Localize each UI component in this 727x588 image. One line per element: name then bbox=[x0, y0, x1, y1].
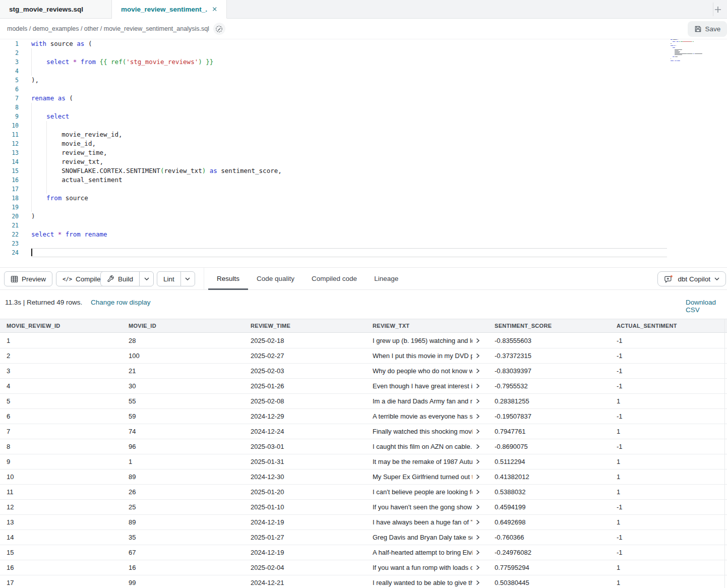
new-tab-button[interactable] bbox=[712, 4, 724, 16]
line-number: 13 bbox=[0, 148, 19, 157]
expand-review-button[interactable] bbox=[475, 444, 480, 449]
code-line[interactable]: 5), bbox=[0, 76, 727, 85]
code-line[interactable]: 7rename as ( bbox=[0, 94, 727, 103]
review-text: A half-hearted attempt to bring Elvis P… bbox=[373, 549, 472, 556]
lint-dropdown[interactable] bbox=[180, 272, 195, 286]
code-line[interactable]: 15 SNOWFLAKE.CORTEX.SENTIMENT(review_txt… bbox=[0, 166, 727, 175]
cell-movie_id: 74 bbox=[122, 424, 244, 439]
code-line[interactable]: 4 bbox=[0, 67, 727, 76]
download-csv-link[interactable]: Download CSV bbox=[686, 299, 727, 314]
cell-review_time: 2025-02-04 bbox=[244, 560, 366, 575]
code-line[interactable]: 9 select bbox=[0, 112, 727, 121]
cell-actual_sentiment: -1 bbox=[610, 545, 724, 560]
build-button[interactable]: Build bbox=[100, 271, 154, 286]
expand-review-button[interactable] bbox=[475, 414, 480, 419]
cell-movie_id: 21 bbox=[122, 364, 244, 378]
chevron-right-icon bbox=[475, 580, 480, 585]
expand-review-button[interactable] bbox=[475, 565, 480, 570]
chevron-down-icon bbox=[185, 277, 190, 280]
tab-lineage[interactable]: Lineage bbox=[366, 268, 407, 289]
tab-compiled-code[interactable]: Compiled code bbox=[303, 268, 366, 289]
code-line[interactable]: 16 actual_sentiment bbox=[0, 175, 727, 185]
code-line[interactable]: 1with source as ( bbox=[0, 39, 727, 48]
expand-review-button[interactable] bbox=[475, 338, 480, 343]
cell-actual_sentiment: -1 bbox=[610, 333, 724, 348]
model-edit-icon[interactable] bbox=[213, 23, 225, 35]
build-dropdown[interactable] bbox=[139, 272, 153, 286]
cell-movie_review_id: 15 bbox=[0, 545, 122, 560]
table-row: 3212025-02-03Why do people who do not kn… bbox=[0, 364, 727, 379]
expand-review-button[interactable] bbox=[475, 368, 480, 374]
cell-actual_sentiment: -1 bbox=[610, 348, 724, 363]
cell-review_time: 2024-12-21 bbox=[244, 575, 366, 588]
tab-results[interactable]: Results bbox=[208, 268, 248, 289]
code-line[interactable]: 21 bbox=[0, 221, 727, 230]
code-line[interactable]: 13 review_time, bbox=[0, 148, 727, 157]
cell-actual_sentiment: 1 bbox=[610, 560, 724, 575]
tab-code-quality[interactable]: Code quality bbox=[248, 268, 303, 289]
cell-sentiment_score: 0.28381255 bbox=[488, 394, 610, 408]
code-line[interactable]: 11 movie_review_id, bbox=[0, 130, 727, 139]
lint-button[interactable]: Lint bbox=[157, 271, 195, 286]
chevron-right-icon bbox=[475, 565, 480, 570]
column-header-sentiment_score: SENTIMENT_SCORE bbox=[488, 319, 610, 332]
code-line[interactable]: 12 movie_id, bbox=[0, 139, 727, 148]
line-number: 14 bbox=[0, 157, 19, 166]
table-icon bbox=[11, 275, 18, 283]
cell-actual_sentiment: 1 bbox=[610, 485, 724, 499]
cell-review_time: 2024-12-19 bbox=[244, 545, 366, 560]
cell-review_time: 2025-02-03 bbox=[244, 364, 366, 378]
chevron-right-icon bbox=[475, 398, 480, 404]
code-line[interactable]: 20) bbox=[0, 212, 727, 221]
code-line[interactable]: 3 select * from {{ ref('stg_movie_review… bbox=[0, 57, 727, 67]
code-line[interactable]: 17 bbox=[0, 185, 727, 194]
cell-movie_id: 28 bbox=[122, 333, 244, 348]
expand-review-button[interactable] bbox=[475, 550, 480, 555]
code-line[interactable]: 18 from source bbox=[0, 194, 727, 203]
code-line[interactable]: 14 review_txt, bbox=[0, 157, 727, 166]
code-line[interactable]: 2 bbox=[0, 48, 727, 57]
code-line[interactable]: 19 bbox=[0, 203, 727, 212]
expand-review-button[interactable] bbox=[475, 535, 480, 540]
close-icon[interactable] bbox=[212, 7, 217, 12]
expand-review-button[interactable] bbox=[475, 519, 480, 525]
code-editor[interactable]: 1with source as (23 select * from {{ ref… bbox=[0, 39, 727, 267]
compile-button[interactable]: </> Compile bbox=[56, 271, 107, 286]
results-meta-row: 11.3s | Returned 49 rows. Change row dis… bbox=[0, 290, 727, 319]
code-line[interactable]: 8 bbox=[0, 103, 727, 112]
expand-review-button[interactable] bbox=[475, 398, 480, 404]
preview-button[interactable]: Preview bbox=[4, 271, 52, 286]
table-row: 4302025-01-26Even though I have great in… bbox=[0, 379, 727, 394]
line-number: 23 bbox=[0, 239, 19, 248]
chevron-right-icon bbox=[475, 383, 480, 389]
expand-review-button[interactable] bbox=[475, 383, 480, 389]
cell-review_txt: When I put this movie in my DVD playe… bbox=[366, 348, 488, 363]
table-row: 912025-01-31It may be the remake of 1987… bbox=[0, 454, 727, 469]
code-line[interactable]: 10 bbox=[0, 121, 727, 130]
indent-guide bbox=[46, 139, 47, 148]
review-text: If you want a fun romp with loads of s… bbox=[373, 564, 472, 571]
cell-movie_review_id: 11 bbox=[0, 485, 122, 499]
cell-review_time: 2025-01-26 bbox=[244, 379, 366, 393]
tab-movie-review-sentiment[interactable]: movie_review_sentiment_... bbox=[112, 0, 227, 19]
expand-review-button[interactable] bbox=[475, 459, 480, 464]
expand-review-button[interactable] bbox=[475, 580, 480, 585]
minimap[interactable] bbox=[671, 39, 712, 70]
chevron-right-icon bbox=[475, 504, 480, 510]
change-row-display-link[interactable]: Change row display bbox=[91, 299, 151, 306]
code-line[interactable]: 24 bbox=[0, 248, 727, 257]
code-line[interactable]: 22select * from rename bbox=[0, 230, 727, 239]
code-line[interactable]: 6 bbox=[0, 85, 727, 94]
expand-review-button[interactable] bbox=[475, 353, 480, 359]
cell-actual_sentiment: 1 bbox=[610, 394, 724, 408]
code-line[interactable]: 23 bbox=[0, 239, 727, 248]
dbt-copilot-button[interactable]: dbt Copilot bbox=[657, 271, 726, 286]
cell-sentiment_score: 0.5112294 bbox=[488, 454, 610, 469]
expand-review-button[interactable] bbox=[475, 489, 480, 495]
save-button[interactable]: Save bbox=[688, 21, 727, 37]
tab-stg-movie-reviews[interactable]: stg_movie_reviews.sql bbox=[0, 0, 112, 19]
expand-review-button[interactable] bbox=[475, 504, 480, 510]
indent-guide bbox=[31, 148, 32, 157]
expand-review-button[interactable] bbox=[475, 429, 480, 434]
expand-review-button[interactable] bbox=[475, 474, 480, 480]
